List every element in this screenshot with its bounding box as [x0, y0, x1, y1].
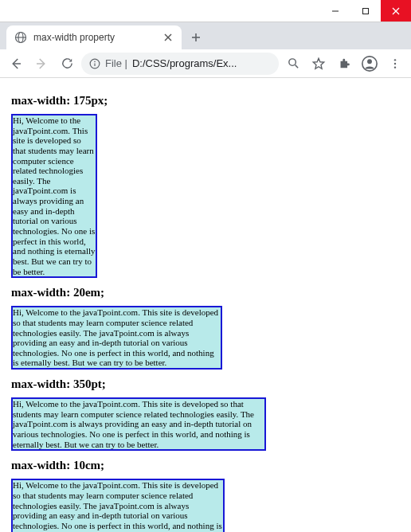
window-close-button[interactable]: [381, 0, 411, 22]
page-viewport[interactable]: max-width: 175px; Hi, Welcome to the jav…: [0, 78, 411, 532]
reload-button[interactable]: [56, 53, 78, 75]
address-bar[interactable]: File | D:/CSS/programs/Ex...: [81, 53, 279, 75]
close-icon: [392, 7, 400, 15]
tab-title: max-width property: [33, 32, 156, 43]
magnifier-icon: [287, 57, 300, 70]
bookmark-button[interactable]: [307, 53, 330, 75]
browser-tab[interactable]: max-width property: [6, 25, 182, 49]
kebab-icon: [389, 57, 401, 70]
tab-close-icon[interactable]: [162, 32, 174, 43]
svg-point-19: [367, 59, 372, 64]
heading-3: max-width: 350pt;: [11, 377, 400, 391]
globe-icon: [14, 31, 27, 44]
tab-strip: max-width property: [0, 22, 411, 49]
page-content: max-width: 175px; Hi, Welcome to the jav…: [0, 78, 411, 532]
window-titlebar: [0, 0, 411, 22]
zoom-button[interactable]: [282, 53, 304, 75]
url-path: D:/CSS/programs/Ex...: [132, 57, 237, 69]
menu-button[interactable]: [384, 53, 406, 75]
puzzle-icon: [338, 57, 351, 70]
heading-4: max-width: 10cm;: [11, 459, 400, 472]
svg-point-15: [94, 61, 96, 62]
demo-box-20em: Hi, Welcome to the javaTpoint.com. This …: [11, 306, 222, 370]
demo-box-350pt: Hi, Welcome to the javaTpoint.com. This …: [11, 397, 266, 451]
url-scheme: File |: [105, 57, 127, 69]
window-maximize-button[interactable]: [350, 0, 381, 22]
demo-box-175px: Hi, Welcome to the javaTpoint.com. This …: [11, 114, 97, 278]
minimize-icon: [331, 7, 339, 15]
svg-point-20: [394, 59, 396, 61]
extensions-button[interactable]: [333, 53, 355, 75]
heading-1: max-width: 175px;: [11, 94, 400, 108]
star-icon: [311, 57, 326, 71]
svg-point-16: [288, 59, 296, 66]
arrow-left-icon: [9, 57, 23, 71]
maximize-icon: [362, 7, 370, 15]
profile-icon: [361, 55, 378, 72]
new-tab-button[interactable]: [185, 26, 207, 49]
profile-button[interactable]: [358, 53, 381, 75]
browser-toolbar: File | D:/CSS/programs/Ex...: [0, 49, 411, 78]
svg-point-21: [394, 62, 396, 64]
svg-point-22: [394, 66, 396, 68]
heading-2: max-width: 20em;: [11, 286, 400, 299]
svg-line-17: [295, 65, 298, 68]
reload-icon: [61, 57, 74, 70]
arrow-right-icon: [34, 57, 49, 71]
file-info-icon: [89, 58, 100, 69]
back-button[interactable]: [5, 53, 27, 75]
svg-rect-1: [363, 8, 369, 14]
demo-box-10cm: Hi, Welcome to the javaTpoint.com. This …: [11, 479, 225, 532]
window-minimize-button[interactable]: [320, 0, 350, 22]
forward-button[interactable]: [30, 53, 53, 75]
plus-icon: [190, 32, 202, 43]
